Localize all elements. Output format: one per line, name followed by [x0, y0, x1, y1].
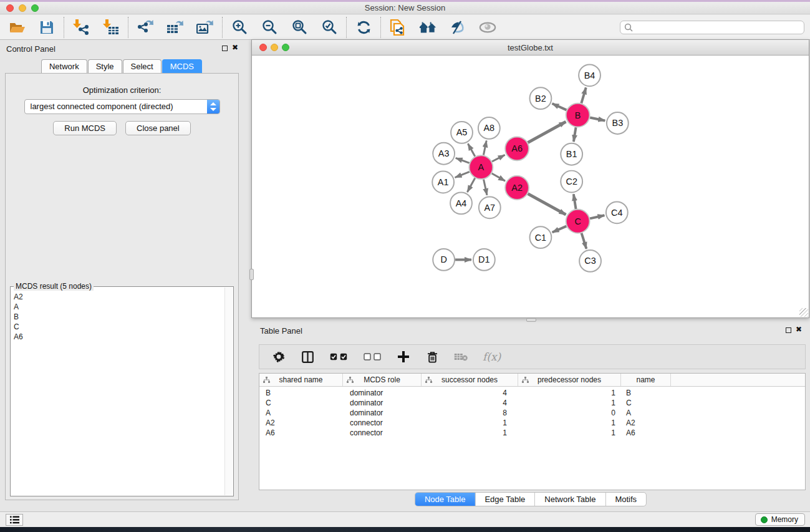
- gear-icon[interactable]: [272, 350, 286, 364]
- import-network-icon[interactable]: [72, 19, 90, 36]
- column-header-successor-nodes[interactable]: successor nodes: [422, 374, 518, 386]
- open-session-icon[interactable]: [8, 19, 26, 36]
- node-table: shared nameMCDS rolesuccessor nodesprede…: [259, 373, 806, 490]
- tab-edge-table[interactable]: Edge Table: [475, 493, 534, 506]
- search-field[interactable]: [620, 21, 804, 34]
- graph-node-label: A2: [511, 183, 523, 193]
- graph-edge-C-C3[interactable]: [582, 233, 587, 249]
- table-cell: dominator: [343, 389, 422, 399]
- tab-network[interactable]: Network: [41, 59, 87, 74]
- split-columns-icon[interactable]: [301, 350, 314, 364]
- select-all-icon[interactable]: [329, 350, 348, 364]
- window-resize-grip[interactable]: [799, 308, 808, 317]
- close-window-button[interactable]: [259, 44, 267, 51]
- table-row[interactable]: A2connector11A2: [259, 418, 805, 428]
- graph-edge-B-B1[interactable]: [574, 127, 576, 142]
- graph-edge-B-B2[interactable]: [552, 104, 567, 110]
- task-history-button[interactable]: [6, 514, 23, 526]
- tab-network-table[interactable]: Network Table: [534, 493, 605, 506]
- column-header-name[interactable]: name: [621, 374, 671, 386]
- table-cell: 1: [518, 418, 621, 428]
- save-session-icon[interactable]: [38, 19, 55, 36]
- criterion-selected-value: largest connected component (directed): [31, 102, 173, 111]
- graph-edge-C-C2[interactable]: [574, 194, 576, 209]
- graph-edge-A-A2[interactable]: [492, 173, 505, 181]
- table-row[interactable]: A6connector11A6: [259, 428, 805, 438]
- graph-edge-A-A1[interactable]: [455, 172, 470, 177]
- float-panel-icon[interactable]: [222, 46, 228, 51]
- memory-button[interactable]: Memory: [755, 513, 805, 526]
- graph-node-label: D: [440, 254, 446, 264]
- graph-edge-A6-B[interactable]: [528, 122, 566, 143]
- run-mcds-button[interactable]: Run MCDS: [53, 121, 117, 135]
- control-panel-title: Control Panel: [6, 44, 55, 54]
- graph-edge-B-B3[interactable]: [590, 118, 605, 121]
- mcds-result-item[interactable]: A: [14, 302, 233, 312]
- mcds-result-item[interactable]: A6: [14, 332, 233, 342]
- export-table-icon[interactable]: [166, 19, 184, 36]
- zoom-selected-icon[interactable]: [321, 19, 338, 36]
- zoom-out-icon[interactable]: [261, 19, 278, 36]
- result-scrollbar[interactable]: [224, 288, 233, 495]
- graph-edge-A2-C[interactable]: [528, 194, 566, 215]
- graph-edge-A-A8[interactable]: [483, 140, 486, 155]
- delete-table-icon[interactable]: [454, 350, 468, 364]
- close-panel-icon[interactable]: ✖: [232, 43, 238, 52]
- graph-edge-A-A4[interactable]: [467, 178, 475, 192]
- export-network-icon[interactable]: [137, 19, 154, 36]
- search-input[interactable]: [635, 22, 804, 33]
- network-graph[interactable]: AA1A2A3A4A5A6A7A8BB1B2B3B4CC1C2C3C4DD1: [252, 56, 809, 317]
- graph-edge-C-C4[interactable]: [590, 215, 604, 218]
- mcds-result-item[interactable]: A2: [14, 292, 233, 302]
- import-table-icon[interactable]: [102, 19, 120, 36]
- zoom-window-button[interactable]: [282, 44, 289, 51]
- table-row[interactable]: Cdominator41C: [259, 399, 805, 409]
- minimize-window-button[interactable]: [271, 44, 278, 51]
- table-row[interactable]: Adominator80A: [259, 409, 805, 418]
- zoom-window-button[interactable]: [31, 4, 39, 12]
- zoom-fit-icon[interactable]: [291, 19, 308, 36]
- splitter-handle[interactable]: [249, 269, 254, 280]
- export-image-icon[interactable]: [196, 19, 214, 36]
- mcds-result-item[interactable]: B: [14, 312, 233, 322]
- table-row[interactable]: Bdominator41B: [259, 389, 805, 399]
- network-window-titlebar[interactable]: testGlobe.txt: [252, 40, 809, 56]
- add-column-icon[interactable]: [397, 350, 410, 364]
- status-bar: Memory: [0, 511, 810, 527]
- tab-mcds[interactable]: MCDS: [162, 59, 202, 74]
- deselect-all-icon[interactable]: [363, 350, 382, 364]
- graph-node-label: A1: [438, 177, 449, 187]
- function-builder-icon[interactable]: f(x): [483, 351, 501, 363]
- graph-edge-A-A6[interactable]: [492, 155, 505, 162]
- tab-motifs[interactable]: Motifs: [605, 493, 646, 506]
- minimize-window-button[interactable]: [19, 4, 26, 12]
- mcds-result-item[interactable]: C: [14, 322, 233, 332]
- float-panel-icon[interactable]: [786, 327, 791, 333]
- clone-network-icon[interactable]: [389, 19, 407, 36]
- table-cell: 1: [518, 428, 621, 438]
- delete-icon[interactable]: [425, 350, 439, 364]
- graph-edge-B-B4[interactable]: [581, 87, 586, 103]
- graph-edge-C-C1[interactable]: [552, 226, 567, 233]
- graph-edge-A-A3[interactable]: [456, 158, 470, 163]
- network-canvas[interactable]: AA1A2A3A4A5A6A7A8BB1B2B3B4CC1C2C3C4DD1: [252, 56, 809, 317]
- column-header-predecessor-nodes[interactable]: predecessor nodes: [518, 374, 621, 386]
- close-panel-button[interactable]: Close panel: [125, 121, 191, 135]
- criterion-select[interactable]: largest connected component (directed): [24, 99, 220, 114]
- close-window-button[interactable]: [6, 4, 14, 12]
- graph-edge-A-A7[interactable]: [484, 180, 487, 195]
- graph-node-label: A3: [438, 148, 450, 158]
- column-header-shared-name[interactable]: shared name: [259, 374, 343, 386]
- graph-edge-A-A5[interactable]: [468, 143, 475, 156]
- tab-select[interactable]: Select: [123, 59, 162, 74]
- tab-style[interactable]: Style: [88, 59, 122, 74]
- zoom-in-icon[interactable]: [231, 19, 248, 36]
- graph-node-label: B3: [612, 118, 624, 128]
- column-header-mcds-role[interactable]: MCDS role: [343, 374, 422, 386]
- tab-node-table[interactable]: Node Table: [415, 493, 475, 506]
- show-graphics-icon[interactable]: [479, 19, 496, 36]
- refresh-icon[interactable]: [355, 19, 372, 36]
- close-panel-icon[interactable]: ✖: [796, 325, 802, 334]
- hide-graphics-icon[interactable]: [449, 19, 466, 36]
- home-icon[interactable]: [419, 19, 436, 36]
